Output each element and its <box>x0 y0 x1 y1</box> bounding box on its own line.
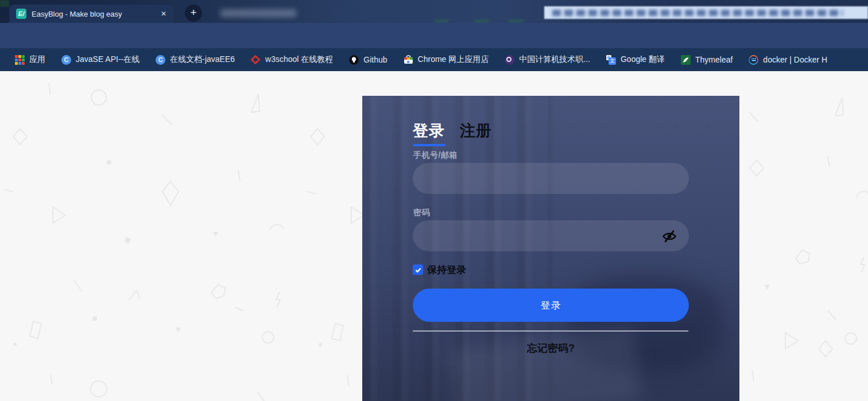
tab-close-icon[interactable]: ✕ <box>158 9 169 19</box>
blurred-overlay-artifact <box>544 6 868 19</box>
bookmark-javaee-docs[interactable]: C 在线文档-javaEE6 <box>148 54 243 65</box>
bookmark-thymeleaf[interactable]: Thymeleaf <box>673 55 741 65</box>
bookmark-label: 中国计算机技术职... <box>519 54 590 65</box>
bookmark-cctc[interactable]: 中国计算机技术职... <box>497 54 598 65</box>
bookmark-w3school[interactable]: w3school 在线教程 <box>243 54 341 65</box>
github-icon <box>349 55 359 65</box>
tab-title: EasyBlog - Make blog easy <box>32 10 158 18</box>
new-tab-button[interactable]: + <box>185 5 202 22</box>
password-visibility-icon[interactable] <box>661 228 677 244</box>
blurred-text-artifact <box>220 9 296 17</box>
blur-smudge <box>474 20 489 22</box>
password-label: 密码 <box>413 208 430 218</box>
account-input[interactable] <box>413 163 689 194</box>
bookmark-label: 应用 <box>29 54 45 65</box>
blur-smudge <box>509 20 524 22</box>
bookmark-google-translate[interactable]: G文 Google 翻译 <box>598 54 673 65</box>
browser-toolbar: 不安全 | 121.36.49.86/user/loginPage G <box>0 23 868 48</box>
blue-c-icon: C <box>61 55 71 65</box>
bookmark-javase-api[interactable]: C JavaSE API--在线 <box>53 54 148 65</box>
bookmark-label: w3school 在线教程 <box>265 54 333 65</box>
w3school-icon <box>251 55 261 65</box>
chrome-store-icon <box>404 55 413 65</box>
account-label: 手机号/邮箱 <box>413 150 458 161</box>
browser-tab-easyblog[interactable]: E/ EasyBlog - Make blog easy ✕ <box>9 5 173 23</box>
checkbox-check-icon <box>414 266 422 274</box>
login-submit-button[interactable]: 登录 <box>413 289 689 322</box>
bookmark-label: Thymeleaf <box>695 55 733 64</box>
apps-grid-icon <box>15 55 25 65</box>
forgot-password-link[interactable]: 忘记密码? <box>362 341 739 355</box>
bookmark-label: JavaSE API--在线 <box>76 54 140 65</box>
bookmark-label: Google 翻译 <box>621 54 665 65</box>
bookmark-label: docker | Docker H <box>763 55 827 64</box>
corner-blur-artifact <box>0 0 9 7</box>
active-tab-underline <box>413 144 445 146</box>
blurred-overlay-text <box>552 10 843 16</box>
tab-register[interactable]: 注册 <box>460 120 492 141</box>
easyblog-favicon-icon: E/ <box>16 9 26 19</box>
bookmark-github[interactable]: Github <box>341 55 395 65</box>
docker-icon <box>749 55 758 65</box>
bookmark-apps[interactable]: 应用 <box>7 54 53 65</box>
remember-checkbox[interactable] <box>413 264 423 275</box>
bookmark-label: Github <box>363 55 387 64</box>
bookmark-docker[interactable]: docker | Docker H <box>741 55 835 65</box>
bookmark-label: 在线文档-javaEE6 <box>170 54 235 65</box>
google-translate-icon: G文 <box>606 55 616 65</box>
bookmark-label: Chrome 网上应用店 <box>418 54 489 65</box>
blur-smudge <box>434 20 449 22</box>
bookmarks-bar: 应用 C JavaSE API--在线 C 在线文档-javaEE6 w3sch… <box>0 48 868 71</box>
blue-c-icon: C <box>156 55 165 65</box>
form-divider <box>413 330 688 332</box>
login-panel: 登录 注册 手机号/邮箱 密码 保持登录 登录 忘记密码? <box>362 96 739 401</box>
tab-login[interactable]: 登录 <box>413 120 445 141</box>
tab-strip: E/ EasyBlog - Make blog easy ✕ + <box>0 0 868 23</box>
password-input[interactable] <box>413 220 689 251</box>
bookmark-chrome-store[interactable]: Chrome 网上应用店 <box>396 54 497 65</box>
remember-label: 保持登录 <box>427 263 466 277</box>
thymeleaf-icon <box>681 55 691 65</box>
cctc-seal-icon <box>505 55 514 65</box>
page-content: 登录 注册 手机号/邮箱 密码 保持登录 登录 忘记密码? <box>0 71 868 401</box>
